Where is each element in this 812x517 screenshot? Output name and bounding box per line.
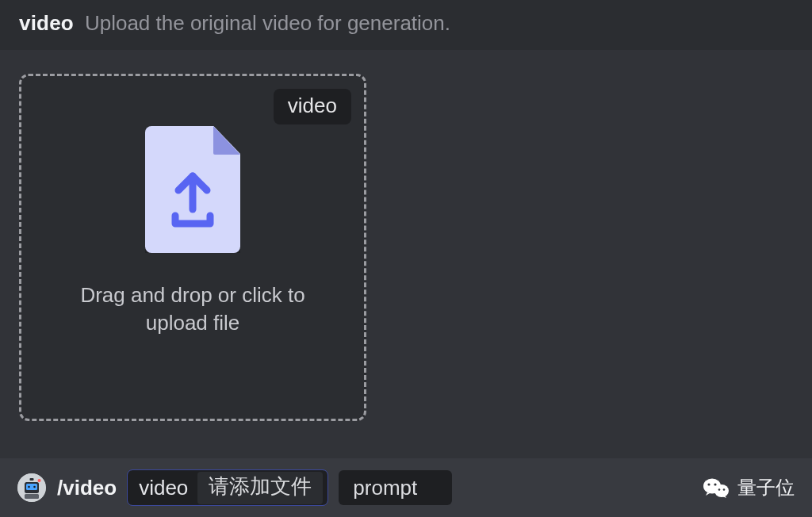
svg-point-12 bbox=[718, 488, 721, 491]
svg-rect-6 bbox=[25, 494, 39, 499]
param-video-label: video bbox=[139, 476, 188, 500]
command-input-bar: /video video 请添加文件 prompt 量子位 bbox=[0, 458, 812, 517]
upload-param-label: video bbox=[274, 89, 351, 124]
command-header: video Upload the original video for gene… bbox=[0, 0, 812, 50]
content-area: video Drag and drop or click to upload f… bbox=[0, 50, 812, 421]
svg-point-9 bbox=[714, 484, 729, 497]
slash-command-text: /video bbox=[57, 476, 117, 500]
svg-rect-3 bbox=[30, 478, 34, 481]
svg-point-7 bbox=[38, 479, 41, 482]
upload-instruction-text: Drag and drop or click to upload file bbox=[58, 281, 327, 337]
param-video-value: 请添加文件 bbox=[197, 472, 323, 504]
svg-point-13 bbox=[723, 488, 726, 491]
param-prompt[interactable]: prompt bbox=[339, 470, 452, 505]
watermark-text: 量子位 bbox=[737, 475, 795, 500]
svg-point-4 bbox=[28, 486, 30, 488]
param-prompt-label: prompt bbox=[353, 476, 417, 500]
svg-point-11 bbox=[714, 483, 716, 485]
wechat-icon bbox=[703, 477, 730, 499]
svg-point-10 bbox=[707, 483, 710, 485]
svg-rect-2 bbox=[26, 484, 37, 490]
command-description: Upload the original video for generation… bbox=[85, 11, 450, 36]
bot-avatar-icon bbox=[17, 473, 46, 502]
watermark: 量子位 bbox=[703, 475, 795, 500]
command-title: video bbox=[19, 11, 74, 36]
upload-dropzone[interactable]: video Drag and drop or click to upload f… bbox=[19, 74, 366, 421]
svg-point-5 bbox=[33, 486, 36, 488]
param-video[interactable]: video 请添加文件 bbox=[128, 470, 327, 505]
file-upload-icon bbox=[145, 126, 240, 253]
